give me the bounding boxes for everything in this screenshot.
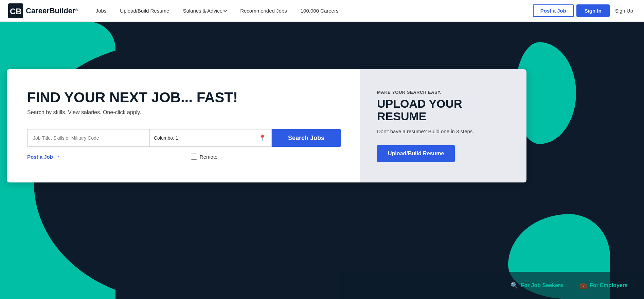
chevron-down-icon [223, 8, 227, 12]
arrow-right-icon: → [55, 154, 60, 160]
upload-resume-headline: UPLOAD YOUR RESUME [377, 98, 509, 123]
search-row: 📍 Search Jobs [27, 129, 340, 147]
nav-item-upload-build-resume[interactable]: Upload/Build Resume [113, 0, 176, 22]
for-job-seekers-link[interactable]: 🔍 For Job Seekers [511, 282, 563, 289]
main-card: FIND YOUR NEXT JOB... FAST! Search by sk… [7, 69, 526, 182]
post-a-job-link[interactable]: Post a Job → [27, 154, 60, 160]
upload-resume-subtext: Don't have a resume? Build one in 3 step… [377, 128, 509, 134]
employers-label: For Employers [590, 282, 628, 288]
bottom-bar: 🔍 For Job Seekers 💼 For Employers [338, 272, 644, 299]
search-jobs-button[interactable]: Search Jobs [272, 129, 341, 147]
sign-up-button[interactable]: Sign Up [612, 8, 636, 14]
nav-item-salaries-advice[interactable]: Salaries & Advice [176, 0, 233, 22]
for-employers-link[interactable]: 💼 For Employers [579, 282, 628, 289]
nav-links: Jobs Upload/Build Resume Salaries & Advi… [89, 0, 533, 22]
search-icon: 🔍 [511, 282, 518, 289]
nav-item-recommended-jobs[interactable]: Recommended Jobs [233, 0, 294, 22]
location-input-wrapper: 📍 [149, 129, 272, 147]
nav-right: Post a Job Sign In Sign Up [533, 4, 636, 17]
search-panel: FIND YOUR NEXT JOB... FAST! Search by sk… [7, 69, 360, 182]
remote-checkbox[interactable] [191, 154, 197, 160]
svg-text:CB: CB [10, 7, 22, 16]
post-a-job-nav-button[interactable]: Post a Job [533, 4, 574, 17]
navbar: CB CareerBuilder® Jobs Upload/Build Resu… [0, 0, 644, 22]
nav-item-jobs[interactable]: Jobs [89, 0, 113, 22]
cb-logo-icon: CB [8, 3, 23, 18]
hero-section: FIND YOUR NEXT JOB... FAST! Search by sk… [0, 22, 644, 299]
job-seekers-label: For Job Seekers [521, 282, 563, 288]
logo-text: CareerBuilder® [26, 6, 78, 15]
nav-item-100k-careers[interactable]: 100,000 Careers [294, 0, 345, 22]
hero-headline: FIND YOUR NEXT JOB... FAST! [27, 90, 340, 105]
location-pin-icon: 📍 [258, 134, 266, 142]
remote-checkbox-label[interactable]: Remote [191, 154, 218, 160]
briefcase-icon: 💼 [579, 282, 587, 289]
job-title-input[interactable] [27, 129, 149, 147]
upload-build-resume-button[interactable]: Upload/Build Resume [377, 145, 455, 162]
resume-eyebrow: MAKE YOUR SEARCH EASY. [377, 90, 509, 95]
hero-subtext: Search by skills. View salaries. One-cli… [27, 109, 340, 116]
remote-label-text: Remote [200, 154, 218, 160]
resume-panel: MAKE YOUR SEARCH EASY. UPLOAD YOUR RESUM… [360, 69, 526, 182]
logo[interactable]: CB CareerBuilder® [8, 3, 78, 18]
location-input[interactable] [154, 135, 258, 141]
sign-in-button[interactable]: Sign In [576, 4, 610, 17]
search-options-row: Post a Job → Remote [27, 154, 340, 160]
